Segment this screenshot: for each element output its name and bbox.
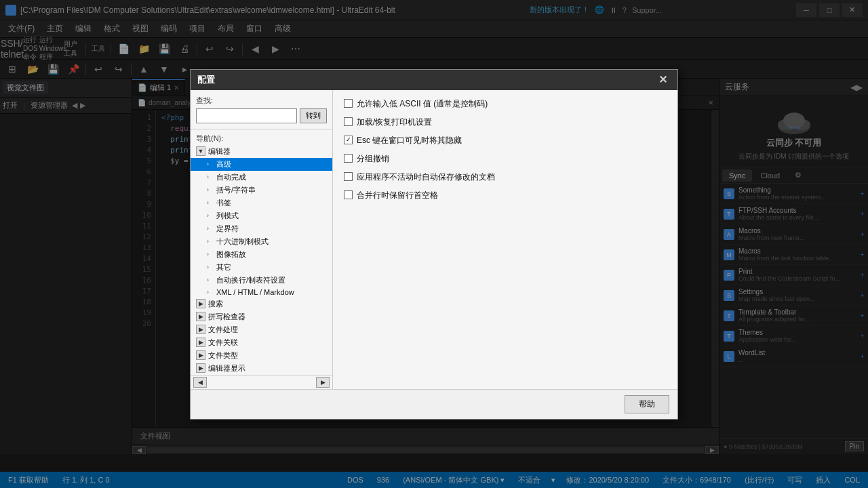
tree-arrow: ›: [207, 264, 214, 270]
tree-node-hex[interactable]: › 十六进制制模式: [191, 235, 332, 248]
tree-node-spellcheck[interactable]: ▶ 拼写检查器: [191, 310, 332, 323]
tree-label-delimiter: 定界符: [216, 224, 239, 234]
scroll-right-btn[interactable]: ▶: [316, 377, 330, 388]
checkbox-5[interactable]: [344, 190, 353, 199]
dialog-help-button[interactable]: 帮助: [625, 395, 669, 413]
dialog-body: 查找: 转到 导航(N): ▼ 编辑器 ›: [191, 90, 677, 389]
tree-arrow: ›: [207, 277, 214, 283]
tree-node-image[interactable]: › 图像拓故: [191, 248, 332, 261]
tree-arrow: ›: [207, 212, 214, 219]
checkbox-2[interactable]: [344, 136, 353, 144]
dialog-overlay: 配置 ✕ 查找: 转到 导航(N): ▼ 编辑器: [0, 0, 868, 488]
option-label-4: 应用程序不活动时自动保存修改的文档: [357, 171, 495, 183]
dialog-scroll-buttons: ◀ ▶: [191, 375, 332, 389]
tree-node-fileassoc[interactable]: ▶ 文件关联: [191, 336, 332, 349]
tree-label-advanced: 高级: [216, 159, 231, 169]
dialog-bottom: 帮助: [191, 389, 677, 419]
tree-label-other: 其它: [216, 262, 231, 272]
dialog-search-row: 转到: [196, 108, 327, 123]
tree-node-editordisplay[interactable]: ▶ 编辑器显示: [191, 362, 332, 375]
dialog-right: 允许输入低 ASCII 值 (通常是控制码) 加载/恢复打印机设置 Esc 键在…: [333, 90, 677, 389]
dialog-option-1: 加载/恢复打印机设置: [344, 117, 667, 128]
dialog-option-5: 合并行时保留行首空格: [344, 190, 667, 201]
tree-node-bookmarks[interactable]: › 书签: [191, 197, 332, 209]
tree-arrow: ›: [207, 225, 214, 232]
tree-label-editordisplay: 编辑器显示: [208, 363, 245, 373]
tree-node-wrap[interactable]: › 自动换行/制表符设置: [191, 274, 332, 287]
tree-expand-fileassoc[interactable]: ▶: [196, 338, 205, 347]
tree-label-image: 图像拓故: [216, 249, 246, 260]
tree-node-other[interactable]: › 其它: [191, 261, 332, 274]
tree-arrow: ›: [207, 251, 214, 258]
tree-label-filetype: 文件类型: [208, 350, 238, 361]
dialog-goto-button[interactable]: 转到: [300, 108, 327, 123]
tree-arrow: ›: [207, 199, 214, 206]
tree-node-editor[interactable]: ▼ 编辑器: [191, 145, 332, 158]
dialog-title: 配置: [197, 74, 215, 86]
tree-node-autocomplete[interactable]: › 自动完成: [191, 171, 332, 184]
tree-expand-spellcheck[interactable]: ▶: [196, 312, 205, 321]
tree-node-column[interactable]: › 列模式: [191, 209, 332, 222]
tree-label-brackets: 括号/字符串: [216, 185, 256, 195]
dialog-title-bar: 配置 ✕: [191, 70, 677, 90]
option-label-3: 分组撤销: [357, 153, 389, 165]
tree-expand-filehandling[interactable]: ▶: [196, 325, 205, 334]
dialog-option-2: Esc 键在窗口可见时将其隐藏: [344, 135, 667, 146]
dialog-option-0: 允许输入低 ASCII 值 (通常是控制码): [344, 98, 667, 110]
option-label-1: 加载/恢复打印机设置: [357, 117, 432, 128]
dialog-close-button[interactable]: ✕: [654, 72, 671, 88]
dialog-search-input[interactable]: [196, 108, 297, 123]
tree-node-search[interactable]: ▶ 搜索: [191, 298, 332, 310]
option-label-2: Esc 键在窗口可见时将其隐藏: [357, 135, 462, 146]
tree-arrow: ›: [207, 186, 214, 193]
checkbox-1[interactable]: [344, 117, 353, 126]
tree-arrow: ›: [207, 174, 214, 180]
checkbox-4[interactable]: [344, 172, 353, 181]
checkbox-3[interactable]: [344, 154, 353, 163]
dialog-nav-label: 导航(N):: [191, 129, 332, 145]
tree-arrow: ›: [207, 161, 214, 167]
option-label-0: 允许输入低 ASCII 值 (通常是控制码): [357, 98, 488, 110]
checkbox-0[interactable]: [344, 99, 353, 108]
tree-expand-search[interactable]: ▶: [196, 299, 205, 308]
tree-label-xml: XML / HTML / Markdow: [216, 288, 294, 296]
tree-arrow: ›: [207, 289, 214, 296]
tree-node-brackets[interactable]: › 括号/字符串: [191, 184, 332, 197]
tree-node-xml[interactable]: › XML / HTML / Markdow: [191, 287, 332, 298]
tree-label-editor: 编辑器: [208, 146, 231, 157]
tree-label-search: 搜索: [208, 299, 223, 309]
tree-expand-editor[interactable]: ▼: [196, 146, 205, 156]
tree-node-filetype[interactable]: ▶ 文件类型: [191, 349, 332, 362]
dialog-option-3: 分组撤销: [344, 153, 667, 165]
dialog-option-4: 应用程序不活动时自动保存修改的文档: [344, 171, 667, 183]
dialog-left: 查找: 转到 导航(N): ▼ 编辑器 ›: [191, 90, 333, 389]
tree-node-advanced[interactable]: › 高级: [191, 158, 332, 171]
scroll-left-btn[interactable]: ◀: [193, 377, 207, 388]
tree-label-spellcheck: 拼写检查器: [208, 312, 245, 322]
config-dialog: 配置 ✕ 查找: 转到 导航(N): ▼ 编辑器: [190, 69, 678, 420]
tree-label-fileassoc: 文件关联: [208, 338, 238, 348]
tree-node-filehandling[interactable]: ▶ 文件处理: [191, 323, 332, 336]
tree-arrow: ›: [207, 238, 214, 245]
tree-label-wrap: 自动换行/制表符设置: [216, 275, 285, 285]
tree-label-filehandling: 文件处理: [208, 325, 238, 335]
option-label-5: 合并行时保留行首空格: [357, 190, 438, 201]
dialog-search-area: 查找: 转到: [191, 90, 332, 129]
tree-expand-editordisplay[interactable]: ▶: [196, 363, 205, 373]
tree-label-autocomplete: 自动完成: [216, 172, 246, 182]
dialog-tree[interactable]: ▼ 编辑器 › 高级 › 自动完成 ›: [191, 145, 332, 375]
tree-label-column: 列模式: [216, 211, 239, 221]
dialog-search-label: 查找:: [196, 96, 327, 106]
tree-label-hex: 十六进制制模式: [216, 237, 269, 247]
tree-node-delimiter[interactable]: › 定界符: [191, 222, 332, 235]
tree-label-bookmarks: 书签: [216, 198, 231, 208]
tree-expand-filetype[interactable]: ▶: [196, 350, 205, 360]
